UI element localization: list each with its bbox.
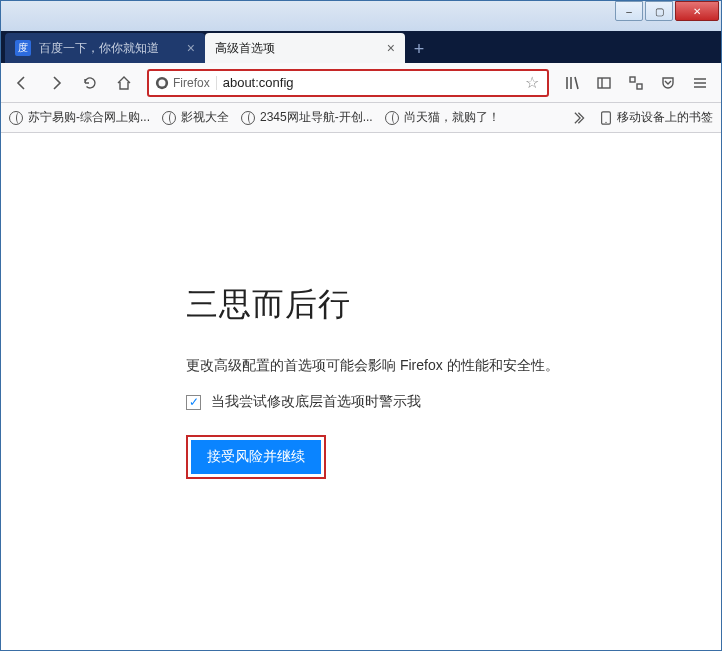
reload-button[interactable] xyxy=(75,68,105,98)
nav-toolbar: Firefox ☆ xyxy=(1,63,721,103)
warn-checkbox-row[interactable]: ✓ 当我尝试修改底层首选项时警示我 xyxy=(186,393,721,411)
svg-point-1 xyxy=(159,79,166,86)
tab-strip: 度 百度一下，你你就知道 × 高级首选项 × + xyxy=(1,31,721,63)
forward-button[interactable] xyxy=(41,68,71,98)
globe-icon xyxy=(385,111,399,125)
save-button[interactable] xyxy=(653,68,683,98)
bookmark-star-icon[interactable]: ☆ xyxy=(521,73,543,92)
bookmarks-overflow[interactable] xyxy=(574,111,588,125)
identity-box[interactable]: Firefox xyxy=(153,76,217,90)
firefox-icon xyxy=(155,76,169,90)
bookmark-item[interactable]: 2345网址导航-开创... xyxy=(241,109,373,126)
globe-icon xyxy=(9,111,23,125)
menu-button[interactable] xyxy=(685,68,715,98)
mobile-icon xyxy=(600,111,612,125)
svg-rect-2 xyxy=(598,78,610,88)
reload-icon xyxy=(82,75,98,91)
pocket-icon xyxy=(660,75,676,91)
bookmark-label: 影视大全 xyxy=(181,109,229,126)
sidebar-icon xyxy=(596,75,612,91)
firefox-label: Firefox xyxy=(173,76,210,90)
globe-icon xyxy=(162,111,176,125)
bookmark-item[interactable]: 尚天猫，就购了！ xyxy=(385,109,500,126)
hamburger-icon xyxy=(692,75,708,91)
tab-about-config[interactable]: 高级首选项 × xyxy=(205,33,405,63)
arrow-left-icon xyxy=(14,75,30,91)
back-button[interactable] xyxy=(7,68,37,98)
accept-risk-button[interactable]: 接受风险并继续 xyxy=(191,440,321,474)
tab-title: 高级首选项 xyxy=(215,40,379,57)
globe-icon xyxy=(241,111,255,125)
chevron-right-icon xyxy=(574,111,588,125)
warning-subtext: 更改高级配置的首选项可能会影响 Firefox 的性能和安全性。 xyxy=(186,357,721,375)
bookmark-label: 2345网址导航-开创... xyxy=(260,109,373,126)
accept-highlight: 接受风险并继续 xyxy=(186,435,326,479)
close-icon[interactable]: × xyxy=(387,40,395,56)
bookmark-item[interactable]: 苏宁易购-综合网上购... xyxy=(9,109,150,126)
screenshot-icon xyxy=(628,75,644,91)
bookmark-label: 尚天猫，就购了！ xyxy=(404,109,500,126)
svg-point-7 xyxy=(605,121,606,122)
address-bar[interactable]: Firefox ☆ xyxy=(147,69,549,97)
library-icon xyxy=(564,75,580,91)
url-input[interactable] xyxy=(217,75,521,90)
sidebar-button[interactable] xyxy=(589,68,619,98)
new-tab-button[interactable]: + xyxy=(405,35,433,63)
mobile-bookmarks[interactable]: 移动设备上的书签 xyxy=(600,109,713,126)
svg-rect-4 xyxy=(630,77,635,82)
baidu-favicon: 度 xyxy=(15,40,31,56)
window-minimize-button[interactable]: – xyxy=(615,1,643,21)
bookmark-label: 苏宁易购-综合网上购... xyxy=(28,109,150,126)
checkbox-label: 当我尝试修改底层首选项时警示我 xyxy=(211,393,421,411)
window-titlebar: – ▢ ✕ xyxy=(1,1,721,31)
library-button[interactable] xyxy=(557,68,587,98)
checkbox-icon[interactable]: ✓ xyxy=(186,395,201,410)
screenshot-button[interactable] xyxy=(621,68,651,98)
window-close-button[interactable]: ✕ xyxy=(675,1,719,21)
bookmarks-toolbar: 苏宁易购-综合网上购... 影视大全 2345网址导航-开创... 尚天猫，就购… xyxy=(1,103,721,133)
tab-title: 百度一下，你你就知道 xyxy=(39,40,179,57)
close-icon[interactable]: × xyxy=(187,40,195,56)
home-button[interactable] xyxy=(109,68,139,98)
tab-baidu[interactable]: 度 百度一下，你你就知道 × xyxy=(5,33,205,63)
bookmark-label: 移动设备上的书签 xyxy=(617,109,713,126)
bookmark-item[interactable]: 影视大全 xyxy=(162,109,229,126)
arrow-right-icon xyxy=(48,75,64,91)
home-icon xyxy=(116,75,132,91)
warning-heading: 三思而后行 xyxy=(186,283,721,327)
svg-rect-5 xyxy=(637,84,642,89)
window-maximize-button[interactable]: ▢ xyxy=(645,1,673,21)
page-content: 三思而后行 更改高级配置的首选项可能会影响 Firefox 的性能和安全性。 ✓… xyxy=(1,133,721,650)
